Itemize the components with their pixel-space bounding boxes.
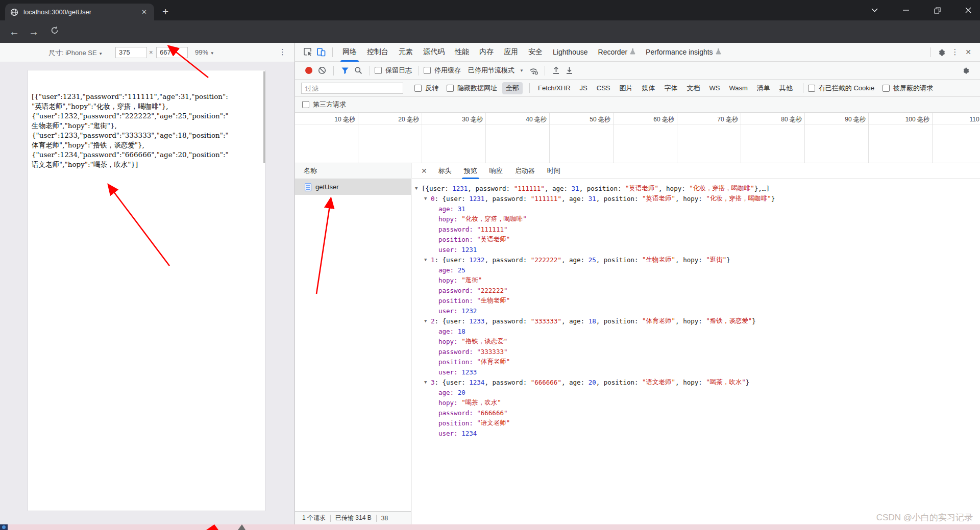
device-toolbar-toggle-icon[interactable] [314,45,328,59]
detail-tab-启动器[interactable]: 启动器 [509,163,541,179]
network-settings-gear-icon[interactable] [960,64,973,77]
expander-triangle-icon[interactable]: ▼ [415,186,422,191]
devtools-tab-控制台[interactable]: 控制台 [362,43,394,62]
tree-row-prop-0-hopy[interactable]: hopy: "化妆，穿搭，喝咖啡" [412,214,980,224]
tree-row-record-3[interactable]: ▼3: {user: 1234, password: "666666", age… [412,377,980,387]
filter-chip-WS[interactable]: WS [705,83,723,93]
tree-row-prop-2-hopy[interactable]: hopy: "撸铁，谈恋爱" [412,336,980,346]
invert-checkbox[interactable]: 反转 [414,84,438,93]
tab-search-chevron-icon[interactable] [863,0,886,20]
devtools-close-icon[interactable]: ✕ [962,45,975,59]
blocked-cookies-checkbox[interactable]: 有已拦截的 Cookie [808,84,874,93]
filter-chip-CSS[interactable]: CSS [593,83,614,93]
tree-row-prop-1-age[interactable]: age: 25 [412,265,980,275]
filter-chip-图片[interactable]: 图片 [616,82,636,94]
expander-triangle-icon[interactable]: ▼ [424,196,431,201]
tree-row-prop-3-position[interactable]: position: "语文老师" [412,418,980,428]
taskbar-app-icon[interactable] [0,524,8,530]
third-party-checkbox[interactable]: 第三方请求 [302,100,346,109]
inspect-element-icon[interactable] [301,45,314,59]
blocked-requests-checkbox[interactable]: 被屏蔽的请求 [883,84,933,93]
devtools-tab-Recorder[interactable]: Recorder [593,43,641,62]
filter-chip-字体[interactable]: 字体 [660,82,681,94]
devtools-tab-元素[interactable]: 元素 [394,43,418,62]
tree-row-prop-2-position[interactable]: position: "体育老师" [412,357,980,367]
request-row-getuser[interactable]: getUser [295,179,411,195]
window-minimize-button[interactable] [894,0,918,20]
devtools-tab-安全[interactable]: 安全 [523,43,548,62]
checkbox-icon[interactable] [414,85,422,92]
device-size-select[interactable]: 尺寸: iPhone SE ▼ [48,48,103,58]
tree-row-prop-3-user[interactable]: user: 1234 [412,428,980,438]
export-har-icon[interactable] [563,64,576,77]
forward-button[interactable]: → [29,26,39,38]
clear-network-log-icon[interactable] [315,64,329,77]
filter-chip-Wasm[interactable]: Wasm [725,83,751,93]
detail-close-icon[interactable]: ✕ [416,167,432,175]
hide-data-urls-checkbox[interactable]: 隐藏数据网址 [447,84,497,93]
checkbox-icon[interactable] [808,85,815,92]
network-overview-timeline[interactable]: 10 毫秒20 毫秒30 毫秒40 毫秒50 毫秒60 毫秒70 毫秒80 毫秒… [295,113,980,163]
tree-row-prop-2-user[interactable]: user: 1233 [412,367,980,377]
tree-row-prop-1-user[interactable]: user: 1232 [412,306,980,316]
expander-triangle-icon[interactable]: ▼ [424,257,431,262]
throttling-caret-icon[interactable]: ▼ [520,68,524,73]
tree-row-prop-3-password[interactable]: password: "666666" [412,408,980,418]
filter-chip-清单[interactable]: 清单 [753,82,774,94]
tree-row-record-0[interactable]: ▼0: {user: 1231, password: "111111", age… [412,193,980,204]
disable-cache-checkbox[interactable]: 停用缓存 [424,66,461,75]
checkbox-icon[interactable] [424,67,431,74]
devtools-tab-源代码[interactable]: 源代码 [418,43,450,62]
window-restore-button[interactable] [925,0,949,20]
tree-row-prop-1-position[interactable]: position: "生物老师" [412,295,980,306]
filter-funnel-icon[interactable] [338,64,352,77]
filter-chip-其他[interactable]: 其他 [776,82,796,94]
throttling-select[interactable]: 已停用节流模式 [468,66,514,75]
record-network-log-icon[interactable] [302,64,315,77]
filter-chip-全部[interactable]: 全部 [502,82,523,94]
viewport-width-input[interactable]: 375 [115,47,147,58]
tree-row-prop-0-age[interactable]: age: 31 [412,204,980,214]
tree-row-prop-1-hopy[interactable]: hopy: "逛街" [412,275,980,285]
tree-row-prop-1-password[interactable]: password: "222222" [412,285,980,295]
tab-close-icon[interactable]: ✕ [139,8,149,16]
filter-chip-Fetch/XHR[interactable]: Fetch/XHR [534,83,574,93]
tree-row-prop-3-hopy[interactable]: hopy: "喝茶，吹水" [412,397,980,408]
device-toolbar-menu-icon[interactable]: ⋮ [279,47,286,57]
tree-row-prop-0-position[interactable]: position: "英语老师" [412,234,980,244]
devtools-tab-应用[interactable]: 应用 [499,43,523,62]
browser-tab[interactable]: localhost:3000/getUser ✕ [5,4,154,20]
devtools-tab-Lighthouse[interactable]: Lighthouse [548,43,593,62]
detail-tab-标头[interactable]: 标头 [432,163,458,179]
search-icon[interactable] [352,64,365,77]
preserve-log-checkbox[interactable]: 保留日志 [375,66,412,75]
network-conditions-icon[interactable] [527,64,540,77]
request-list-header[interactable]: 名称 [295,163,411,179]
devtools-tab-网络[interactable]: 网络 [337,43,362,62]
checkbox-icon[interactable] [447,85,454,92]
back-button[interactable]: ← [9,26,19,38]
tree-row-prop-3-age[interactable]: age: 20 [412,387,980,397]
checkbox-icon[interactable] [302,101,309,108]
detail-tab-时间[interactable]: 时间 [541,163,567,179]
detail-tab-预览[interactable]: 预览 [458,163,483,179]
tree-row-record-1[interactable]: ▼1: {user: 1232, password: "222222", age… [412,255,980,265]
window-close-button[interactable] [957,0,980,20]
zoom-select[interactable]: 99% ▼ [195,48,214,56]
viewport-height-input[interactable]: 667 [156,47,188,58]
tree-row-prop-2-password[interactable]: password: "333333" [412,346,980,357]
checkbox-icon[interactable] [883,85,890,92]
devtools-tab-Performance insights[interactable]: Performance insights [641,43,726,62]
filter-chip-媒体[interactable]: 媒体 [638,82,658,94]
expander-triangle-icon[interactable]: ▼ [424,380,431,385]
detail-tab-响应[interactable]: 响应 [483,163,509,179]
filter-chip-文档[interactable]: 文档 [683,82,703,94]
checkbox-icon[interactable] [375,67,382,74]
tree-row-record-2[interactable]: ▼2: {user: 1233, password: "333333", age… [412,316,980,326]
tree-row-prop-0-user[interactable]: user: 1231 [412,244,980,255]
devtools-menu-dots-icon[interactable]: ⋮ [948,45,962,59]
expander-triangle-icon[interactable]: ▼ [424,318,431,323]
tree-row-prop-0-password[interactable]: password: "111111" [412,224,980,234]
devtools-settings-gear-icon[interactable] [935,45,948,59]
import-har-icon[interactable] [550,64,563,77]
